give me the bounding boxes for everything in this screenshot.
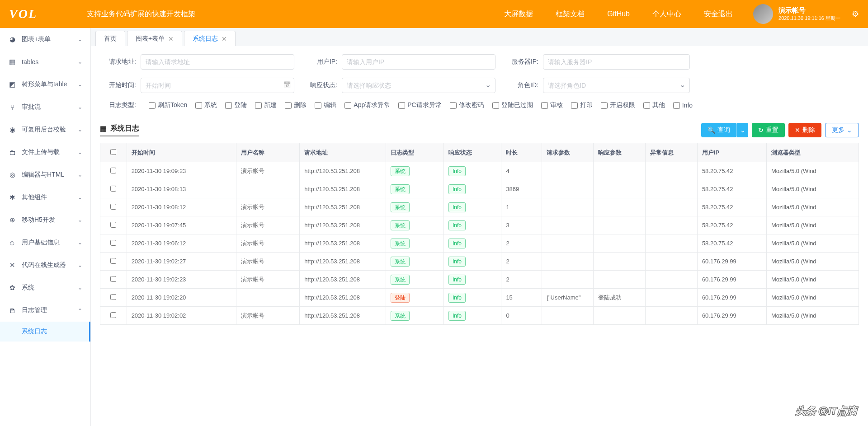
nav-link[interactable]: 安全退出 [704, 9, 733, 19]
user-name: 演示帐号 [778, 6, 840, 15]
row-checkbox[interactable] [110, 186, 116, 192]
logo[interactable]: VOL [9, 7, 37, 21]
sidebar-item[interactable]: ⊕移动H5开发⌄ [0, 209, 90, 231]
sidebar-item[interactable]: ◉可复用后台校验⌄ [0, 118, 90, 141]
table-row[interactable]: 2020-11-30 19:02:02 演示帐号 http://120.53.2… [100, 307, 859, 325]
tab[interactable]: 首页 [95, 31, 125, 46]
gear-icon[interactable]: ⚙ [852, 9, 859, 19]
delete-button[interactable]: ✕删除 [788, 123, 821, 137]
menu-icon: 🗎 [8, 307, 16, 314]
column-header[interactable]: 请求地址 [300, 143, 386, 162]
table-row[interactable]: 2020-11-30 19:02:20 http://120.53.251.20… [100, 289, 859, 307]
table-row[interactable]: 2020-11-30 19:02:27 演示帐号 http://120.53.2… [100, 253, 859, 271]
select-all-checkbox[interactable] [110, 149, 116, 155]
filter-input[interactable] [543, 54, 690, 70]
table-row[interactable]: 2020-11-30 19:08:13 http://120.53.251.20… [100, 180, 859, 198]
filter-input[interactable] [141, 78, 294, 93]
sidebar-item[interactable]: ✕代码在线生成器⌄ [0, 254, 90, 276]
log-type-checkbox[interactable]: Info [673, 102, 693, 109]
log-type-checkbox[interactable]: PC请求异常 [398, 101, 441, 109]
more-button[interactable]: 更多 ⌄ [825, 123, 859, 137]
log-type-checkbox[interactable]: 登陆已过期 [492, 101, 533, 109]
sidebar-subitem[interactable]: 系统日志 [0, 322, 90, 342]
column-header[interactable]: 响应状态 [443, 143, 501, 162]
log-type-checkbox[interactable]: 开启权限 [601, 101, 635, 109]
menu-label: 日志管理 [22, 306, 78, 314]
column-header[interactable]: 开始时间 [127, 143, 236, 162]
tab[interactable]: 图表+表单✕ [127, 31, 182, 46]
filter-input[interactable] [342, 78, 495, 93]
tab[interactable]: 系统日志✕ [184, 31, 236, 46]
row-checkbox[interactable] [110, 168, 116, 173]
column-header[interactable]: 用户IP [697, 143, 766, 162]
menu-label: tables [22, 58, 78, 66]
row-checkbox[interactable] [110, 312, 116, 318]
log-type-checkbox[interactable]: 修改密码 [450, 101, 484, 109]
menu-icon: ◩ [8, 80, 16, 89]
chevron-down-icon: ⌄ [78, 126, 82, 133]
log-type-checkbox[interactable]: 系统 [195, 101, 217, 109]
sidebar-item[interactable]: ☺用户基础信息⌄ [0, 231, 90, 254]
sidebar-item[interactable]: ✿系统⌄ [0, 276, 90, 299]
reset-button[interactable]: ↻重置 [752, 123, 785, 137]
filter-label: 请求地址: [100, 58, 141, 66]
nav-link[interactable]: GitHub [607, 10, 630, 18]
user-block[interactable]: 演示帐号 2020.11.30 19:11:16 星期一 [753, 4, 840, 24]
log-type-checkbox[interactable]: 登陆 [225, 101, 247, 109]
avatar[interactable] [753, 4, 773, 24]
close-icon[interactable]: ✕ [168, 35, 174, 42]
table-row[interactable]: 2020-11-30 19:07:45 演示帐号 http://120.53.2… [100, 216, 859, 234]
column-header[interactable]: 浏览器类型 [766, 143, 859, 162]
sidebar-item[interactable]: ✱其他组件⌄ [0, 186, 90, 209]
filter-input[interactable] [543, 78, 690, 93]
log-type-checkbox[interactable]: 审核 [541, 101, 563, 109]
log-type-checkbox[interactable]: 删除 [285, 101, 307, 109]
filter-label: 用户IP: [301, 58, 342, 66]
log-type-checkbox[interactable]: 其他 [643, 101, 665, 109]
nav-link[interactable]: 框架文档 [556, 9, 585, 19]
filter-input[interactable] [141, 54, 294, 70]
table-row[interactable]: 2020-11-30 19:02:23 演示帐号 http://120.53.2… [100, 271, 859, 289]
menu-label: 树形菜单与table [22, 80, 78, 89]
log-type-checkbox[interactable]: 新建 [255, 101, 277, 109]
menu-label: 审批流 [22, 103, 78, 111]
log-type-checkbox[interactable]: 刷新Token [149, 101, 187, 109]
sidebar-item[interactable]: ◎编辑器与HTML⌄ [0, 164, 90, 186]
filter-label: 角色ID: [502, 81, 543, 89]
row-checkbox[interactable] [110, 276, 116, 282]
row-checkbox[interactable] [110, 240, 116, 246]
status-tag: Info [448, 275, 466, 285]
sidebar-item[interactable]: 🗎日志管理⌄ [0, 299, 90, 322]
log-type-checkbox[interactable]: 编辑 [315, 101, 336, 109]
log-type-checkbox[interactable]: App请求异常 [344, 101, 390, 109]
row-checkbox[interactable] [110, 222, 116, 228]
sidebar-item[interactable]: ◩树形菜单与table⌄ [0, 73, 90, 96]
sidebar-item[interactable]: ⑂审批流⌄ [0, 96, 90, 118]
row-checkbox[interactable] [110, 294, 116, 300]
row-checkbox[interactable] [110, 204, 116, 210]
table-row[interactable]: 2020-11-30 19:09:23 演示帐号 http://120.53.2… [100, 162, 859, 180]
row-checkbox[interactable] [110, 258, 116, 264]
search-dropdown[interactable]: ⌄ [736, 123, 748, 137]
sidebar-item[interactable]: ▦tables⌄ [0, 51, 90, 73]
type-tag: 登陆 [391, 293, 410, 303]
column-header[interactable]: 异常信息 [646, 143, 698, 162]
column-header[interactable]: 日志类型 [386, 143, 444, 162]
column-header[interactable]: 用户名称 [236, 143, 299, 162]
column-header[interactable]: 时长 [501, 143, 542, 162]
filter-input[interactable] [342, 54, 495, 70]
column-header[interactable]: 请求参数 [542, 143, 594, 162]
status-tag: Info [448, 239, 466, 248]
column-header[interactable]: 响应参数 [594, 143, 646, 162]
sidebar-item[interactable]: 🗀文件上传与载⌄ [0, 141, 90, 164]
close-icon[interactable]: ✕ [222, 35, 227, 42]
nav-link[interactable]: 个人中心 [652, 9, 681, 19]
nav-link[interactable]: 大屏数据 [504, 9, 533, 19]
table-row[interactable]: 2020-11-30 19:06:12 演示帐号 http://120.53.2… [100, 234, 859, 253]
log-type-checkbox[interactable]: 打印 [571, 101, 593, 109]
log-table: 开始时间用户名称请求地址日志类型响应状态时长请求参数响应参数异常信息用户IP浏览… [100, 143, 859, 325]
table-row[interactable]: 2020-11-30 19:08:12 演示帐号 http://120.53.2… [100, 198, 859, 216]
menu-icon: ◉ [8, 126, 16, 134]
sidebar-item[interactable]: ◕图表+表单⌄ [0, 28, 90, 51]
search-button[interactable]: 🔍查询 [701, 123, 736, 137]
